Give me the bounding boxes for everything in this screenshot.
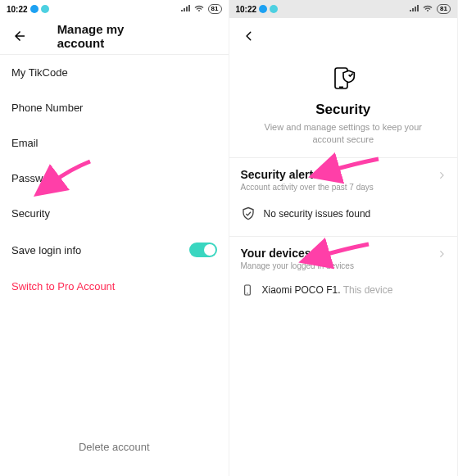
chevron-right-icon <box>438 248 446 263</box>
menu-item-label: Phone Number <box>11 102 83 114</box>
menu-item-tikcode[interactable]: My TikCode <box>0 55 229 90</box>
security-status-text: No security issues found <box>264 208 371 220</box>
security-heading: Security <box>249 102 438 118</box>
page-title: Manage my account <box>57 22 171 50</box>
menu-item-label: Save login info <box>11 244 81 256</box>
messenger-icon <box>259 5 267 13</box>
menu-item-phone[interactable]: Phone Number <box>0 90 229 125</box>
device-suffix: This device <box>343 284 393 296</box>
arrow-left-icon <box>12 29 27 43</box>
delete-label: Delete account <box>79 441 150 453</box>
menu-item-security[interactable]: Security <box>0 196 229 231</box>
chevron-right-icon <box>438 170 446 184</box>
battery-icon: 81 <box>437 4 451 14</box>
delete-account-button[interactable]: Delete account <box>0 441 229 453</box>
chevron-left-icon <box>243 30 255 42</box>
wifi-icon <box>193 4 205 14</box>
menu-item-label: Email <box>11 137 39 149</box>
shield-check-icon <box>241 206 256 221</box>
device-name: Xiaomi POCO F1. <box>262 284 341 296</box>
phone-icon <box>241 283 254 297</box>
security-subheading: View and manage settings to keep your ac… <box>249 121 438 146</box>
save-login-toggle[interactable] <box>189 243 217 257</box>
section-subtitle: Manage your logged in devices <box>241 261 447 270</box>
menu-item-label: Password <box>11 172 58 184</box>
menu-item-email[interactable]: Email <box>0 125 229 161</box>
notification-icon <box>270 5 278 13</box>
svg-point-3 <box>247 292 247 293</box>
notification-icon <box>41 5 49 13</box>
device-row[interactable]: Xiaomi POCO F1. This device <box>229 274 458 306</box>
header <box>229 18 458 54</box>
menu-item-save-login[interactable]: Save login info <box>0 231 229 269</box>
security-status: No security issues found <box>229 195 458 237</box>
menu-item-password[interactable]: Password <box>0 161 229 196</box>
menu-item-switch-pro[interactable]: Switch to Pro Account <box>0 269 229 304</box>
menu-item-label: Switch to Pro Account <box>11 280 115 292</box>
signal-icon <box>180 4 190 14</box>
section-title: Your devices <box>241 247 447 260</box>
back-button[interactable] <box>241 28 257 44</box>
menu-item-label: My TikCode <box>11 66 68 79</box>
security-hero: Security View and manage settings to kee… <box>229 54 458 158</box>
status-time: 10:22 <box>236 5 257 14</box>
status-time: 10:22 <box>7 5 28 14</box>
header: Manage my account <box>0 18 229 55</box>
section-subtitle: Account activity over the past 7 days <box>241 183 447 192</box>
wifi-icon <box>422 4 433 14</box>
menu-item-label: Security <box>11 207 50 220</box>
back-button[interactable] <box>11 28 28 44</box>
section-title: Security alerts <box>241 168 447 181</box>
status-bar: 10:22 81 <box>0 0 229 18</box>
security-alerts-row[interactable]: Security alerts Account activity over th… <box>229 158 458 195</box>
signal-icon <box>409 4 419 14</box>
manage-account-screen: 10:22 81 Manage my account My TikCode Ph… <box>0 0 229 476</box>
your-devices-row[interactable]: Your devices Manage your logged in devic… <box>229 237 458 274</box>
messenger-icon <box>30 5 39 13</box>
status-bar: 10:22 81 <box>229 0 458 18</box>
security-screen: 10:22 81 Security View and manage settin… <box>229 0 459 476</box>
battery-icon: 81 <box>208 4 222 14</box>
device-shield-icon <box>327 64 360 97</box>
